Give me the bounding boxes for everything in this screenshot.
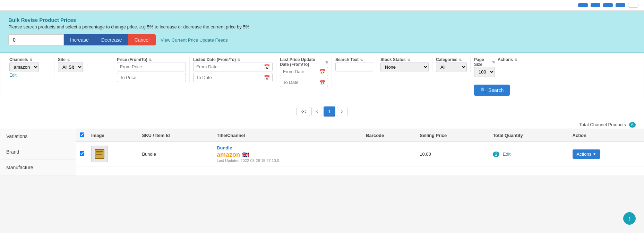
table-row: Bundle Bundle amazon 🇬🇧 Last Updated 202… xyxy=(76,142,644,166)
cancel-button[interactable]: Cancel xyxy=(128,34,156,45)
filter-listed-date: Listed Date (From/To) ⇅ 📅 📅 xyxy=(190,57,276,82)
selling-price-value: 10.00 xyxy=(420,152,431,157)
product-table: Image SKU / Item Id Title/Channel Barcod… xyxy=(76,129,644,166)
th-image: Image xyxy=(88,129,138,142)
search-text-input[interactable] xyxy=(335,62,373,71)
bulk-revise-panel: Bulk Revise Product Prices Please search… xyxy=(0,11,644,53)
site-select[interactable]: All Sit UK US xyxy=(58,62,83,72)
th-barcode: Barcode xyxy=(362,129,416,142)
bulk-panel-description: Please search products and select a perc… xyxy=(8,24,636,29)
page-size-sort-icon: ⇅ xyxy=(492,60,495,64)
table-header-row: Image SKU / Item Id Title/Channel Barcod… xyxy=(76,129,644,142)
total-info: Total Channel Products 6 xyxy=(0,120,644,129)
categories-select[interactable]: All Electronics Books xyxy=(436,62,467,72)
row-checkbox-cell xyxy=(76,142,88,166)
bulk-percentage-input[interactable] xyxy=(8,34,64,45)
current-page-button[interactable]: 1 xyxy=(324,106,335,116)
from-price-input[interactable] xyxy=(117,62,186,71)
last-from-date-wrapper: 📅 xyxy=(280,67,328,76)
topbar-btn-2[interactable] xyxy=(591,3,600,7)
filter-search-text: Search Text ⇅ xyxy=(332,57,377,71)
filter-channels: Channels ⇅ amazon Edit xyxy=(6,57,54,78)
stock-sort-icon: ⇅ xyxy=(407,58,410,62)
stock-status-label: Stock Status ⇅ xyxy=(380,57,429,62)
svg-rect-4 xyxy=(96,154,102,155)
decrease-button[interactable]: Decrease xyxy=(95,34,128,45)
th-action: Action xyxy=(569,129,644,142)
view-price-feeds-link[interactable]: View Current Price Update Feeds xyxy=(161,37,227,43)
pagination-section: << < 1 > xyxy=(0,100,644,120)
last-updated-text: Last Updated 2022-03-28 15:27:10.0 xyxy=(217,158,359,163)
channels-edit-link[interactable]: Edit xyxy=(9,73,17,78)
topbar-btn-1[interactable] xyxy=(578,3,588,7)
next-page-button[interactable]: > xyxy=(337,107,348,116)
listed-to-date-wrapper: 📅 xyxy=(193,73,273,82)
listed-date-label: Listed Date (From/To) ⇅ xyxy=(193,57,273,62)
filter-grid: Channels ⇅ amazon Edit Site ⇅ All Sit UK… xyxy=(6,57,638,96)
book-icon xyxy=(93,148,106,160)
row-actions-button[interactable]: Actions ▼ xyxy=(573,149,601,159)
last-from-date-input[interactable] xyxy=(280,67,328,76)
row-sku-cell: Bundle xyxy=(138,142,213,166)
actions-filter-label: Actions ⇅ xyxy=(498,57,517,62)
th-checkbox xyxy=(76,129,88,142)
search-button[interactable]: 🔍 Search xyxy=(474,85,510,96)
topbar-btn-4[interactable] xyxy=(616,3,625,7)
price-label: Price (From/To) ⇅ xyxy=(117,57,186,62)
svg-rect-2 xyxy=(96,151,103,152)
row-edit-link[interactable]: Edit xyxy=(503,152,510,157)
row-barcode-cell xyxy=(362,142,416,166)
filter-last-price-date: Last Price Update Date (From/To) ⇅ 📅 📅 xyxy=(276,57,332,87)
select-all-checkbox[interactable] xyxy=(80,132,84,137)
channels-sort-icon: ⇅ xyxy=(29,58,32,62)
th-title: Title/Channel xyxy=(213,129,362,142)
filter-categories: Categories ⇅ All Electronics Books xyxy=(432,57,471,72)
th-selling-price: Selling Price xyxy=(416,129,489,142)
price-sort-icon: ⇅ xyxy=(149,58,152,62)
site-label: Site ⇅ xyxy=(58,57,110,62)
first-page-button[interactable]: << xyxy=(297,107,310,116)
actions-caret-icon: ▼ xyxy=(593,152,596,156)
last-to-date-input[interactable] xyxy=(280,78,328,87)
sidebar-item-variations[interactable]: Variations xyxy=(0,129,76,144)
actions-col: Actions ⇅ xyxy=(498,57,517,62)
main-content: Variations Brand Manufacture Image SKU / xyxy=(0,129,644,175)
sidebar-item-brand[interactable]: Brand xyxy=(0,144,76,160)
prev-page-button[interactable]: < xyxy=(311,107,323,116)
left-sidebar: Variations Brand Manufacture xyxy=(0,129,76,175)
total-count-badge: 6 xyxy=(629,122,636,128)
site-sort-icon: ⇅ xyxy=(67,58,70,62)
row-selling-price-cell: 10.00 xyxy=(416,142,489,166)
th-total-quantity: Total Quantity xyxy=(489,129,569,142)
search-text-label: Search Text ⇅ xyxy=(335,57,373,62)
quantity-badge: 2 xyxy=(493,152,499,157)
uk-flag-icon: 🇬🇧 xyxy=(242,152,249,158)
bulk-controls: Increase Decrease Cancel View Current Pr… xyxy=(8,34,636,45)
sidebar-item-manufacture[interactable]: Manufacture xyxy=(0,160,76,175)
row-checkbox[interactable] xyxy=(80,151,84,156)
topbar-btn-outline[interactable] xyxy=(628,3,638,8)
product-image xyxy=(91,146,108,162)
filter-page-size: Page Size ⇅ 100 25 50 250 Actions ⇅ xyxy=(471,57,512,96)
filter-site: Site ⇅ All Sit UK US xyxy=(54,57,113,72)
listed-from-date-input[interactable] xyxy=(193,62,273,71)
stock-status-select[interactable]: None In Stock Out of Stock xyxy=(380,62,429,72)
topbar-btn-3[interactable] xyxy=(603,3,613,7)
channels-select[interactable]: amazon xyxy=(9,62,39,72)
channels-label: Channels ⇅ xyxy=(9,57,51,62)
row-image-cell xyxy=(88,142,138,166)
page-size-select[interactable]: 100 25 50 250 xyxy=(474,67,495,77)
filter-price: Price (From/To) ⇅ xyxy=(113,57,190,82)
listed-from-date-wrapper: 📅 xyxy=(193,62,273,71)
page-size-group: Page Size ⇅ 100 25 50 250 xyxy=(474,57,495,77)
increase-button[interactable]: Increase xyxy=(64,34,95,45)
row-action-cell: Actions ▼ xyxy=(569,142,644,166)
bulk-panel-title: Bulk Revise Product Prices xyxy=(8,17,636,23)
to-price-input[interactable] xyxy=(117,73,186,82)
last-price-date-label: Last Price Update Date (From/To) ⇅ xyxy=(280,57,328,67)
page-size-label: Page Size ⇅ xyxy=(474,57,495,67)
listed-to-date-input[interactable] xyxy=(193,73,273,82)
product-title-link[interactable]: Bundle xyxy=(217,145,232,150)
th-sku: SKU / Item Id xyxy=(138,129,213,142)
row-quantity-cell: 2 Edit xyxy=(489,142,569,166)
